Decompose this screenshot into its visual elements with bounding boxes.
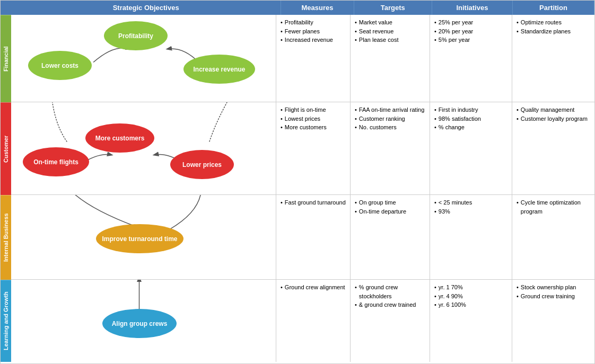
initiative-item: 98% satisfaction <box>434 114 508 123</box>
initiatives-customer: First in industry 98% satisfaction % cha… <box>430 102 512 194</box>
node-more-customers: More customers <box>85 123 154 153</box>
target-item: On group time <box>355 198 425 207</box>
partition-item: Ground crew training <box>517 292 591 301</box>
measures-internal: Fast ground turnaround <box>276 195 351 279</box>
measure-item: More customers <box>281 123 346 132</box>
sidebar-internal: Internal Business <box>1 195 11 280</box>
targets-customer: FAA on-time arrival rating Customer rank… <box>351 102 430 194</box>
strategic-internal: Improve turnaround time <box>11 195 276 279</box>
measure-item: Profitability <box>281 18 346 27</box>
initiative-item: yr. 1 70% <box>434 283 508 292</box>
strategic-learning: Align group crews <box>11 280 276 362</box>
initiative-item: yr. 4 90% <box>434 292 508 301</box>
rows-container: Profitability Lower costs Increase reven… <box>11 15 594 363</box>
targets-internal: On group time On-time departure <box>351 195 430 279</box>
node-align-crews: Align group crews <box>102 309 177 338</box>
measure-item: Lowest prices <box>281 114 346 123</box>
node-lower-costs: Lower costs <box>28 51 92 80</box>
partition-internal: Cycle time optimization program <box>512 195 594 279</box>
targets-financial: Market value Seat revenue Plan lease cos… <box>351 15 430 102</box>
partition-item: Standardize planes <box>517 27 591 36</box>
strategic-financial: Profitability Lower costs Increase reven… <box>11 15 276 102</box>
initiative-item: < 25 minutes <box>434 198 508 207</box>
initiative-item: 93% <box>434 207 508 216</box>
measures-financial: Profitability Fewer planes Increased rev… <box>276 15 351 102</box>
target-item: Seat revenue <box>355 27 425 36</box>
row-learning: Align group crews Ground crew alignment … <box>11 280 594 362</box>
targets-learning: % ground crew stockholders & ground crew… <box>351 280 430 362</box>
initiative-item: First in industry <box>434 105 508 114</box>
node-lower-prices: Lower prices <box>170 150 234 179</box>
node-increase-revenue: Increase revenue <box>183 55 255 84</box>
initiatives-learning: yr. 1 70% yr. 4 90% yr. 6 100% <box>430 280 512 362</box>
measure-item: Ground crew alignment <box>281 283 346 292</box>
row-customer: More customers On-time flights Lower pri… <box>11 102 594 195</box>
node-improve-turnaround: Improve turnaround time <box>96 224 183 253</box>
partition-financial: Optimize routes Standardize planes <box>512 15 594 102</box>
measure-item: Fewer planes <box>281 27 346 36</box>
partition-item: Stock ownership plan <box>517 283 591 292</box>
partition-item: Customer loyalty program <box>517 114 591 123</box>
initiatives-internal: < 25 minutes 93% <box>430 195 512 279</box>
target-item: % ground crew stockholders <box>355 283 425 300</box>
target-item: FAA on-time arrival rating <box>355 105 425 114</box>
initiative-item: 5% per year <box>434 35 508 45</box>
partition-learning: Stock ownership plan Ground crew trainin… <box>512 280 594 362</box>
sidebar-financial: Financial <box>1 15 11 102</box>
target-item: Market value <box>355 18 425 27</box>
measures-customer: Flight is on-time Lowest prices More cus… <box>276 102 351 194</box>
partition-item: Optimize routes <box>517 18 591 27</box>
initiative-item: 20% per year <box>434 27 508 36</box>
sidebar-customer: Customer <box>1 102 11 195</box>
header-measures: Measures <box>281 1 354 15</box>
header-targets: Targets <box>354 1 432 15</box>
header-initiatives: Initiatives <box>432 1 513 15</box>
initiative-item: % change <box>434 123 508 132</box>
initiative-item: yr. 6 100% <box>434 300 508 309</box>
target-item: No. customers <box>355 123 425 132</box>
row-financial: Profitability Lower costs Increase reven… <box>11 15 594 102</box>
sidebar-learning: Learning and Growth <box>1 280 11 362</box>
row-internal: Improve turnaround time Fast ground turn… <box>11 195 594 280</box>
sidebar: Financial Customer Internal Business Lea… <box>1 15 11 363</box>
target-item: Plan lease cost <box>355 35 425 45</box>
node-profitability: Profitability <box>104 21 168 50</box>
partition-item: Quality management <box>517 105 591 114</box>
target-item: Customer ranking <box>355 114 425 123</box>
measure-item: Flight is on-time <box>281 105 346 114</box>
initiatives-financial: 25% per year 20% per year 5% per year <box>430 15 512 102</box>
measure-item: Fast ground turnaround <box>281 198 346 207</box>
initiative-item: 25% per year <box>434 18 508 27</box>
partition-customer: Quality management Customer loyalty prog… <box>512 102 594 194</box>
target-item: & ground crew trained <box>355 300 425 309</box>
target-item: On-time departure <box>355 207 425 216</box>
main-content: Financial Customer Internal Business Lea… <box>1 15 594 363</box>
strategic-customer: More customers On-time flights Lower pri… <box>11 102 276 194</box>
measure-item: Increased revenue <box>281 35 346 45</box>
node-on-time-flights: On-time flights <box>23 147 89 176</box>
scorecard: Strategic Objectives Measures Targets In… <box>0 0 595 364</box>
partition-item: Cycle time optimization program <box>517 198 591 216</box>
header-partition: Partition <box>513 1 594 15</box>
measures-learning: Ground crew alignment <box>276 280 351 362</box>
header-row: Strategic Objectives Measures Targets In… <box>1 1 594 15</box>
header-strategic: Strategic Objectives <box>11 1 281 15</box>
